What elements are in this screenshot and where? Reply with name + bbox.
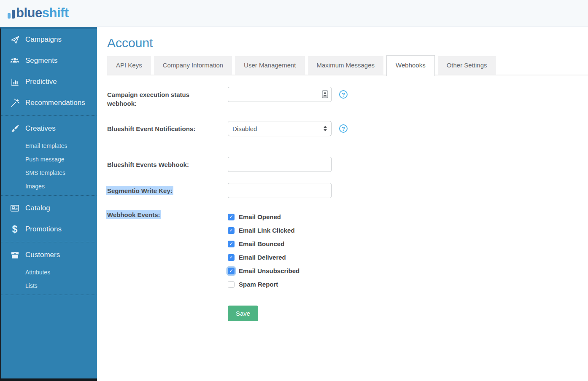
segmentio-write-key-input[interactable] (228, 183, 332, 198)
field-label-campaign-execution-status-webhook: Campaign execution status webhook: (107, 87, 228, 108)
sidebar-divider (1, 295, 97, 295)
tab-bar: API Keys Company Information User Manage… (107, 56, 588, 75)
sidebar-divider (1, 242, 97, 242)
checkbox-label: Email Opened (239, 213, 281, 220)
checkbox-row-spam-report[interactable]: Spam Report (228, 281, 332, 288)
logo-wordmark: blueshift (16, 5, 69, 21)
users-icon (9, 56, 20, 66)
blueshift-events-webhook-input[interactable] (228, 157, 332, 172)
checkbox-spam-report[interactable] (228, 281, 235, 288)
webhooks-form: Campaign execution status webhook: ? Blu… (107, 87, 588, 321)
form-row-webhook-events: Webhook Events: Email Opened Email Link … (107, 207, 588, 294)
tab-maximum-messages[interactable]: Maximum Messages (308, 56, 384, 75)
webhook-events-list: Email Opened Email Link Clicked Email Bo… (228, 207, 332, 288)
sidebar-item-customers[interactable]: Customers (1, 244, 97, 266)
tab-user-management[interactable]: User Management (235, 56, 305, 75)
tab-company-information[interactable]: Company Information (154, 56, 232, 75)
sidebar-item-campaigns[interactable]: Campaigns (1, 29, 97, 50)
blueshift-logo[interactable]: blueshift (8, 5, 69, 21)
blueshift-event-notifications-select[interactable]: Disabled (228, 121, 332, 136)
checkbox-row-email-link-clicked[interactable]: Email Link Clicked (228, 227, 332, 234)
save-button[interactable]: Save (228, 306, 258, 321)
sidebar-item-predictive[interactable]: Predictive (1, 71, 97, 92)
sidebar-subitem-images[interactable]: Images (1, 180, 97, 193)
window-edge (0, 378, 97, 381)
checkbox-row-email-delivered[interactable]: Email Delivered (228, 254, 332, 261)
form-row-segmentio-write-key: Segmentio Write Key: (107, 183, 588, 198)
checkbox-email-bounced[interactable] (228, 241, 235, 247)
topbar: blueshift (0, 0, 588, 27)
form-row-blueshift-event-notifications: Blueshift Event Notifications: Disabled … (107, 121, 588, 136)
sidebar-divider (1, 195, 97, 196)
campaign-execution-status-webhook-input[interactable] (228, 87, 332, 102)
tab-webhooks[interactable]: Webhooks (386, 55, 435, 76)
checkbox-email-delivered[interactable] (228, 254, 235, 261)
sidebar-subitem-email-templates[interactable]: Email templates (1, 139, 97, 153)
magic-wand-icon (9, 98, 20, 108)
page-title: Account (107, 35, 588, 50)
select-value: Disabled (232, 125, 257, 132)
checkbox-row-email-bounced[interactable]: Email Bounced (228, 240, 332, 247)
paint-brush-icon (9, 124, 20, 134)
checkbox-row-email-opened[interactable]: Email Opened (228, 213, 332, 220)
form-row-blueshift-events-webhook: Blueshift Events Webhook: (107, 157, 588, 172)
select-arrows-icon (324, 126, 327, 131)
newspaper-icon (9, 203, 20, 213)
checkbox-email-opened[interactable] (228, 214, 235, 220)
sidebar-item-catalog[interactable]: Catalog (1, 198, 97, 219)
tab-other-settings[interactable]: Other Settings (438, 56, 496, 75)
field-label-segmentio-write-key: Segmentio Write Key: (107, 183, 228, 195)
dollar-icon: $ (9, 225, 20, 234)
sidebar-divider (1, 115, 97, 116)
tab-api-keys[interactable]: API Keys (107, 56, 151, 75)
sidebar-subitem-lists[interactable]: Lists (1, 279, 97, 292)
checkbox-email-link-clicked[interactable] (228, 227, 235, 234)
checkbox-label: Email Link Clicked (239, 227, 295, 234)
checkbox-row-email-unsubscribed[interactable]: Email Unsubscribed (228, 267, 332, 274)
main-content: Account API Keys Company Information Use… (97, 27, 588, 381)
checkbox-label: Email Bounced (239, 240, 284, 247)
field-label-webhook-events: Webhook Events: (107, 207, 228, 219)
field-label-blueshift-event-notifications: Blueshift Event Notifications: (107, 121, 228, 133)
sidebar-subitem-sms-templates[interactable]: SMS templates (1, 166, 97, 180)
form-row-campaign-execution-status-webhook: Campaign execution status webhook: ? (107, 87, 588, 108)
paper-plane-icon (9, 35, 20, 45)
sidebar-item-promotions[interactable]: $ Promotions (1, 219, 97, 240)
archive-box-icon (9, 250, 20, 260)
sidebar-item-creatives[interactable]: Creatives (1, 118, 97, 139)
sidebar-subitem-attributes[interactable]: Attributes (1, 266, 97, 279)
bar-logo-icon (8, 10, 15, 21)
sidebar: Campaigns Segments Predictive Recommenda… (0, 27, 97, 378)
autofill-contact-icon[interactable] (322, 90, 328, 100)
checkbox-email-unsubscribed[interactable] (228, 268, 235, 274)
sidebar-subitem-push-message[interactable]: Push message (1, 153, 97, 166)
help-icon[interactable]: ? (339, 124, 348, 133)
sidebar-item-recommendations[interactable]: Recommendations (1, 92, 97, 113)
sidebar-item-segments[interactable]: Segments (1, 50, 97, 71)
checkbox-label: Spam Report (239, 281, 278, 288)
checkbox-label: Email Unsubscribed (239, 267, 299, 274)
field-label-blueshift-events-webhook: Blueshift Events Webhook: (107, 157, 228, 169)
checkbox-label: Email Delivered (239, 254, 286, 261)
help-icon[interactable]: ? (339, 90, 348, 99)
bar-chart-icon (9, 77, 20, 87)
